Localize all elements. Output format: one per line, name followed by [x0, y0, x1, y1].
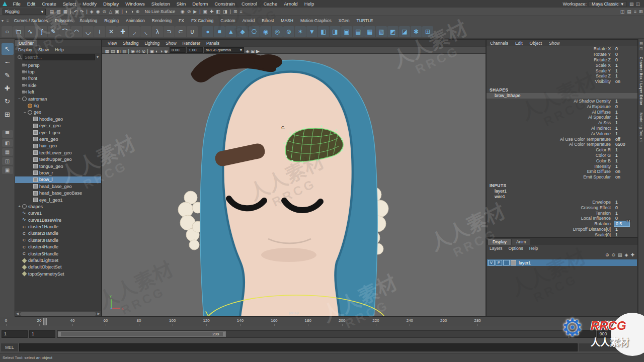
shelf-tool-icon[interactable]	[198, 26, 202, 37]
menu-item[interactable]: Skin	[173, 1, 189, 7]
layer-action-icon[interactable]: ◈	[625, 252, 628, 257]
tool-icon[interactable]: ✚	[2, 82, 14, 94]
layer-action-icon[interactable]: ▤	[618, 252, 622, 257]
channel-value[interactable]: on	[614, 79, 637, 84]
menu-item[interactable]: Help	[301, 1, 317, 7]
outliner-item[interactable]: curve1	[15, 210, 101, 217]
viewport-icon[interactable]: ▥	[122, 49, 128, 54]
viewport-icon[interactable]: ⊙	[141, 49, 146, 54]
channel-value[interactable]: 1	[614, 68, 637, 73]
outliner-item[interactable]: eye_r_geo	[15, 123, 101, 129]
animation-end-field[interactable]: 900	[597, 330, 623, 338]
shelf-tool-icon[interactable]: ●	[202, 26, 213, 37]
viewport-menu-item[interactable]: View	[105, 41, 120, 46]
status-icon[interactable]: |	[198, 9, 202, 14]
shelf-tool-icon[interactable]: ≀	[94, 26, 105, 37]
outliner-scrollbar[interactable]: ◀ ▶	[15, 311, 101, 316]
channel-value[interactable]: 0	[614, 57, 637, 62]
outliner-item[interactable]: persp	[15, 62, 101, 68]
shelf-tool-icon[interactable]: ∪	[187, 26, 198, 37]
shelf-tab[interactable]: Polygons	[51, 18, 76, 23]
shelf-tool-icon[interactable]: ⊞	[422, 26, 433, 37]
colorspace-dropdown[interactable]: sRGB gamma ▾	[204, 47, 244, 53]
outliner-item[interactable]: cluster2Handle	[15, 230, 101, 237]
layer-action-icon[interactable]: ⊕	[605, 252, 609, 257]
viewport-icon[interactable]: ◉	[130, 49, 135, 54]
shelf-tab[interactable]: Arnold	[239, 18, 259, 23]
viewport-menu-item[interactable]: Show	[163, 41, 179, 46]
menu-item[interactable]: Deform	[189, 1, 211, 7]
shelf-tool-icon[interactable]: ⌒	[59, 26, 70, 37]
mel-label[interactable]: MEL	[1, 343, 18, 351]
expander-icon[interactable]: +	[17, 204, 22, 209]
playback-end-field[interactable]: 299	[570, 330, 596, 338]
channel-value[interactable]: 0	[614, 104, 637, 109]
outliner-item[interactable]: defaultObjectSet	[15, 264, 101, 270]
shelf-tool-icon[interactable]: ◨	[330, 26, 341, 37]
shelf-tool-icon[interactable]: ◻	[13, 26, 24, 37]
channel-value[interactable]: 0.5	[614, 221, 629, 226]
layout-preset-icon[interactable]: ◧	[2, 139, 13, 147]
shelf-tool-icon[interactable]: ✶	[295, 26, 306, 37]
viewport-3d-view[interactable]: C x y persp	[102, 54, 486, 316]
status-icon[interactable]: △	[108, 9, 114, 14]
menu-item[interactable]: Create	[39, 1, 60, 7]
outliner-item[interactable]: eye_l_geo	[15, 129, 101, 136]
viewport-icon[interactable]: ◧	[116, 49, 122, 54]
outliner-item[interactable]: brow_l	[15, 176, 101, 183]
channel-value[interactable]: off	[614, 137, 637, 142]
outliner-item[interactable]: hair_geo	[15, 143, 101, 149]
status-icon[interactable]: ⊕	[134, 9, 141, 14]
channel-value[interactable]: 1	[614, 73, 637, 78]
shelf-tool-icon[interactable]: ✚	[117, 26, 128, 37]
sidebar-vertical-tab[interactable]: Channel Box / Layer Editor	[639, 57, 643, 106]
viewport-icon[interactable]: ◎	[135, 49, 141, 54]
layout-preset-icon[interactable]: ◫	[2, 157, 13, 165]
tool-icon[interactable]: ↖	[2, 43, 14, 55]
channel-box-menu-item[interactable]: Channels	[487, 41, 512, 46]
shelf-tab[interactable]: Motion Graphics	[297, 18, 335, 23]
current-frame-marker[interactable]	[43, 318, 47, 325]
outliner-item[interactable]: − geo	[15, 109, 101, 116]
shelf-tool-icon[interactable]: ◆	[237, 26, 248, 37]
anim-pref-icon[interactable]: ⊞	[631, 331, 635, 336]
viewport-icon[interactable]: ⊕	[163, 49, 169, 54]
outliner-item[interactable]: ears_geo	[15, 136, 101, 142]
shelf-tool-icon[interactable]: ◉	[260, 26, 271, 37]
channel-value[interactable]: 0	[614, 52, 637, 57]
channel-value[interactable]: 1	[614, 158, 637, 163]
shelf-tab[interactable]: Custom	[217, 18, 238, 23]
status-icon[interactable]: ◫	[619, 9, 626, 14]
shelf-tool-icon[interactable]: ▤	[353, 26, 364, 37]
playback-start-field[interactable]: 1	[29, 330, 55, 338]
gamma-field[interactable]: 1.00	[187, 47, 203, 53]
channel-value[interactable]: 1	[614, 232, 637, 237]
menu-item[interactable]: Cache	[260, 1, 280, 7]
channel-value[interactable]: 1	[614, 211, 637, 216]
channel-value[interactable]: 1	[614, 153, 637, 158]
shelf-tool-icon[interactable]: ◧	[318, 26, 329, 37]
status-icon[interactable]: ◧	[215, 9, 222, 14]
shelf-tool-icon[interactable]: ◟	[140, 26, 151, 37]
range-slider-track[interactable]: 299	[57, 330, 568, 338]
shelf-tool-icon[interactable]: ✕	[106, 26, 117, 37]
animation-start-field[interactable]: 1	[2, 330, 28, 338]
tool-icon[interactable]: ∽	[2, 56, 14, 68]
shelf-tab[interactable]: FX	[175, 18, 188, 23]
shelf-tool-icon[interactable]: ◪	[399, 26, 410, 37]
channel-value[interactable]: 0	[614, 216, 637, 221]
status-icon[interactable]: ▦	[62, 9, 69, 14]
outliner-item[interactable]: hoodie_geo	[15, 116, 101, 122]
outliner-item[interactable]: left	[15, 89, 101, 96]
scroll-right-icon[interactable]: ▶	[98, 312, 100, 316]
status-icon[interactable]: ◉	[95, 9, 101, 14]
channel-value[interactable]: 1	[614, 99, 637, 104]
menu-item[interactable]: Modify	[79, 1, 100, 7]
shelf-tab[interactable]: MASH	[277, 18, 297, 23]
exposure-field[interactable]: 0.00	[170, 47, 186, 53]
shelf-menu-icon[interactable]: ▾	[0, 19, 5, 23]
workspace-selector[interactable]: Workspace: Maya Classic ▾ ▤◫	[563, 1, 644, 7]
channel-value[interactable]: 1	[614, 63, 637, 68]
scroll-left-icon[interactable]: ◀	[16, 312, 19, 316]
outliner-item[interactable]: topoSymmetrySet	[15, 270, 101, 277]
